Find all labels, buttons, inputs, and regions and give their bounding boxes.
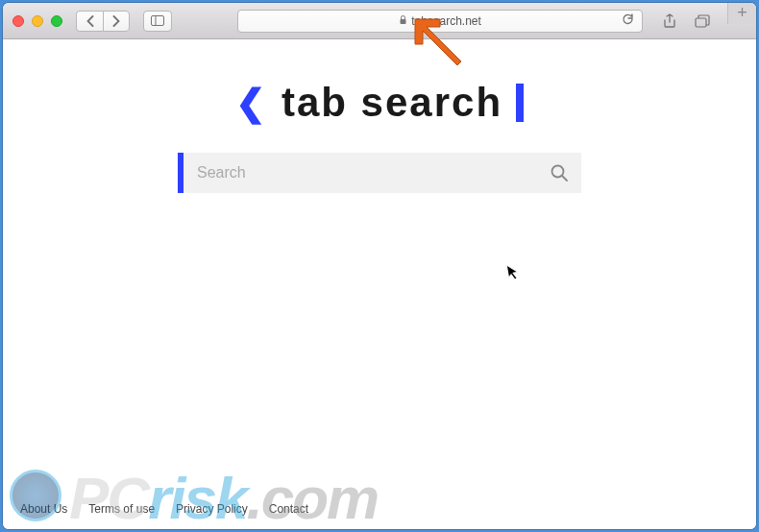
url-text: tabsearch.net [411, 14, 481, 28]
address-bar[interactable]: tabsearch.net [237, 10, 643, 33]
logo-chevron-icon: ❮ [235, 82, 268, 124]
site-logo: ❮ tab search [3, 80, 756, 126]
reload-icon [622, 12, 634, 26]
footer-links: About Us Terms of use Privacy Policy Con… [20, 502, 308, 516]
search-icon [550, 163, 569, 182]
footer-link-about[interactable]: About Us [20, 502, 67, 516]
lock-icon [399, 15, 407, 27]
traffic-lights [12, 15, 62, 27]
tabs-icon [695, 14, 710, 28]
nav-buttons [76, 11, 130, 32]
search-input[interactable] [184, 153, 537, 193]
svg-rect-0 [152, 16, 164, 26]
page-content: ❮ tab search About Us Terms of use Priva… [3, 39, 756, 529]
toolbar-right [660, 12, 712, 31]
svg-rect-3 [696, 18, 706, 27]
footer-link-contact[interactable]: Contact [269, 502, 308, 516]
share-button[interactable] [660, 12, 679, 31]
window-close-button[interactable] [12, 15, 24, 27]
footer-link-terms[interactable]: Terms of use [88, 502, 155, 516]
search-button[interactable] [537, 153, 581, 193]
chevron-left-icon [86, 15, 94, 27]
window-maximize-button[interactable] [51, 15, 62, 27]
search-container [178, 153, 581, 193]
reload-button[interactable] [622, 12, 634, 29]
window-minimize-button[interactable] [32, 15, 43, 27]
titlebar: tabsearch.net + [3, 3, 756, 39]
share-icon [663, 13, 676, 29]
browser-window: tabsearch.net + ❮ tab sea [3, 3, 756, 529]
logo-bar-icon [516, 84, 524, 122]
logo-text: tab search [282, 80, 502, 126]
svg-rect-2 [401, 19, 406, 24]
tabs-button[interactable] [693, 12, 712, 31]
footer-link-privacy[interactable]: Privacy Policy [176, 502, 248, 516]
svg-line-5 [562, 176, 567, 181]
new-tab-button[interactable]: + [727, 3, 756, 24]
forward-button[interactable] [103, 11, 130, 32]
sidebar-icon [151, 15, 164, 26]
back-button[interactable] [76, 11, 103, 32]
chevron-right-icon [112, 15, 121, 27]
sidebar-toggle-button[interactable] [143, 11, 172, 32]
plus-icon: + [737, 3, 747, 23]
